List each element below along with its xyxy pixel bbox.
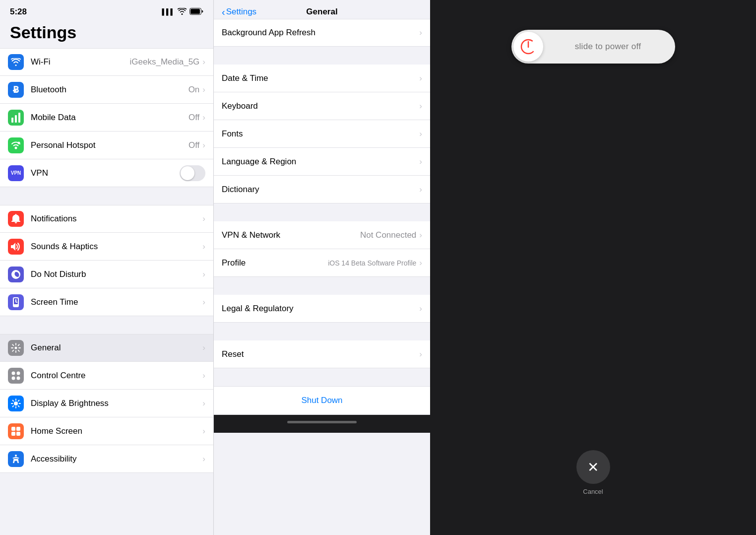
- general-panel: ‹ Settings General Background App Refres…: [213, 0, 430, 535]
- back-icon: ‹: [222, 6, 225, 18]
- wifi-label: Wi-Fi: [31, 57, 130, 67]
- svg-point-14: [12, 376, 15, 380]
- settings-title: Settings: [0, 19, 213, 48]
- control-centre-icon: [8, 368, 24, 384]
- mobile-data-value: Off: [189, 113, 199, 123]
- settings-item-bluetooth[interactable]: Ƀ Bluetooth On ›: [0, 76, 213, 104]
- status-icons: ▌▌▌: [162, 8, 203, 16]
- settings-item-wifi[interactable]: Wi-Fi iGeeks_Media_5G ›: [0, 48, 213, 76]
- power-off-knob: [513, 32, 543, 62]
- cancel-x-icon: ✕: [587, 459, 599, 475]
- notifications-icon: [8, 211, 24, 227]
- mobile-data-chevron: ›: [202, 113, 205, 123]
- date-time-chevron: ›: [419, 73, 422, 83]
- screen-time-icon: [8, 294, 24, 310]
- bluetooth-item-icon: Ƀ: [8, 82, 24, 98]
- section-sep-2: [0, 316, 213, 334]
- cancel-label: Cancel: [583, 488, 603, 495]
- dnd-chevron: ›: [202, 269, 205, 279]
- general-gap-3: [214, 277, 430, 295]
- accessibility-label: Accessibility: [31, 454, 202, 464]
- settings-item-dnd[interactable]: Do Not Disturb ›: [0, 261, 213, 288]
- svg-rect-18: [16, 427, 20, 431]
- general-items-list: Background App Refresh › Date & Time › K…: [214, 19, 430, 535]
- svg-rect-3: [15, 115, 17, 123]
- svg-rect-17: [11, 427, 15, 431]
- date-time-label: Date & Time: [222, 73, 419, 83]
- wifi-icon: [178, 8, 187, 16]
- general-item-bg-refresh[interactable]: Background App Refresh ›: [214, 19, 430, 47]
- svg-point-11: [15, 347, 17, 349]
- general-item-vpn-network[interactable]: VPN & Network Not Connected ›: [214, 221, 430, 249]
- dictionary-label: Dictionary: [222, 185, 419, 195]
- svg-point-6: [18, 141, 20, 144]
- svg-point-21: [15, 455, 17, 457]
- general-item-reset[interactable]: Reset ›: [214, 340, 430, 368]
- settings-item-display[interactable]: Display & Brightness ›: [0, 390, 213, 417]
- general-item-language[interactable]: Language & Region ›: [214, 148, 430, 176]
- legal-label: Legal & Regulatory: [222, 304, 419, 314]
- settings-item-general[interactable]: General ›: [0, 334, 213, 362]
- settings-item-sounds[interactable]: Sounds & Haptics ›: [0, 233, 213, 261]
- settings-item-accessibility[interactable]: Accessibility ›: [0, 445, 213, 473]
- vpn-icon: VPN: [8, 165, 24, 181]
- svg-rect-2: [11, 118, 13, 123]
- back-button[interactable]: ‹ Settings: [222, 6, 256, 18]
- sounds-label: Sounds & Haptics: [31, 242, 202, 252]
- status-time: 5:28: [10, 7, 27, 17]
- keyboard-label: Keyboard: [222, 101, 419, 111]
- hotspot-chevron: ›: [202, 140, 205, 150]
- svg-rect-4: [18, 113, 20, 123]
- svg-point-15: [17, 376, 20, 380]
- display-label: Display & Brightness: [31, 399, 202, 408]
- general-gap-4: [214, 323, 430, 340]
- power-off-slider[interactable]: slide to power off: [511, 30, 675, 64]
- language-chevron: ›: [419, 157, 422, 167]
- sounds-chevron: ›: [202, 242, 205, 252]
- fonts-label: Fonts: [222, 129, 419, 139]
- vpn-toggle[interactable]: [180, 165, 205, 181]
- settings-item-personal-hotspot[interactable]: Personal Hotspot Off ›: [0, 132, 213, 159]
- mobile-data-label: Mobile Data: [31, 113, 189, 123]
- shutdown-button[interactable]: Shut Down: [214, 386, 430, 415]
- settings-item-mobile-data[interactable]: Mobile Data Off ›: [0, 104, 213, 132]
- general-label: General: [31, 343, 202, 353]
- general-item-profile[interactable]: Profile iOS 14 Beta Software Profile ›: [214, 249, 430, 277]
- power-icon: [520, 39, 536, 55]
- notifications-group: Notifications › Sounds & Haptics ›: [0, 205, 213, 316]
- dictionary-chevron: ›: [419, 185, 422, 195]
- settings-item-control-centre[interactable]: Control Centre ›: [0, 362, 213, 390]
- general-item-keyboard[interactable]: Keyboard ›: [214, 92, 430, 120]
- display-chevron: ›: [202, 399, 205, 408]
- screen-time-label: Screen Time: [31, 297, 202, 307]
- poweroff-slider-text: slide to power off: [543, 42, 673, 52]
- battery-icon: [189, 8, 203, 16]
- profile-chevron: ›: [419, 258, 422, 268]
- svg-rect-20: [16, 432, 20, 436]
- dnd-label: Do Not Disturb: [31, 269, 202, 279]
- settings-item-vpn[interactable]: VPN VPN: [0, 159, 213, 187]
- settings-list: Wi-Fi iGeeks_Media_5G › Ƀ Bluetooth On ›: [0, 48, 213, 535]
- status-bar: 5:28 ▌▌▌: [0, 0, 213, 19]
- vpn-label: VPN: [31, 168, 180, 178]
- vpn-network-value: Not Connected: [360, 230, 416, 240]
- cancel-button[interactable]: ✕ Cancel: [576, 450, 610, 495]
- settings-item-home-screen[interactable]: Home Screen ›: [0, 417, 213, 445]
- shutdown-label: Shut Down: [301, 396, 342, 405]
- general-item-fonts[interactable]: Fonts ›: [214, 120, 430, 148]
- settings-item-notifications[interactable]: Notifications ›: [0, 205, 213, 233]
- control-centre-label: Control Centre: [31, 371, 202, 381]
- hotspot-icon: [8, 137, 24, 153]
- general-gap-1: [214, 47, 430, 65]
- notifications-label: Notifications: [31, 214, 202, 224]
- general-item-dictionary[interactable]: Dictionary ›: [214, 176, 430, 203]
- cancel-circle: ✕: [576, 450, 610, 484]
- general-item-date-time[interactable]: Date & Time ›: [214, 65, 430, 92]
- bluetooth-label: Bluetooth: [31, 85, 189, 95]
- settings-item-screen-time[interactable]: Screen Time ›: [0, 288, 213, 316]
- reset-chevron: ›: [419, 349, 422, 359]
- accessibility-chevron: ›: [202, 454, 205, 464]
- back-label: Settings: [226, 7, 256, 17]
- home-screen-label: Home Screen: [31, 426, 202, 436]
- general-item-legal[interactable]: Legal & Regulatory ›: [214, 295, 430, 323]
